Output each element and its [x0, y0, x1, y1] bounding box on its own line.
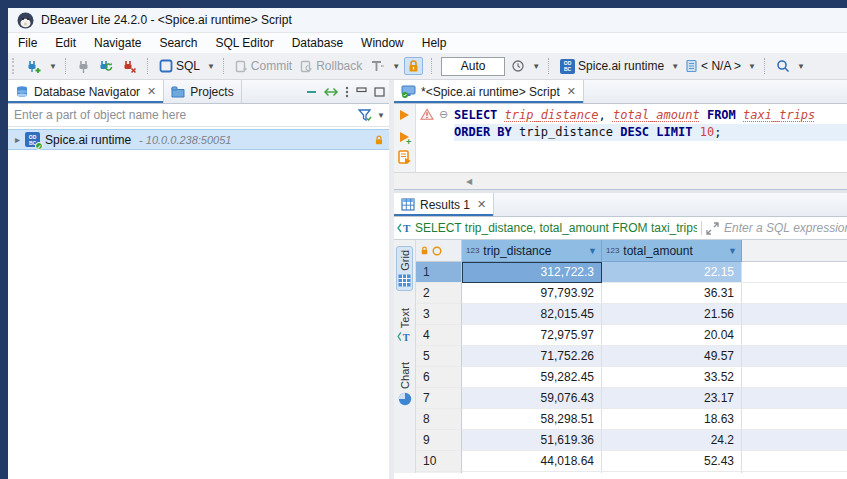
code-line-current[interactable]: ORDER BY trip_distance DESC LIMIT 10; [454, 124, 847, 141]
grid-cell[interactable] [416, 472, 462, 473]
grid-cell[interactable]: 59,282.45 [462, 367, 602, 388]
filter-funnel-icon[interactable] [358, 109, 373, 122]
grid-cell[interactable]: 4 [416, 325, 462, 346]
tab-chart-view[interactable]: Chart [397, 359, 413, 409]
code-line[interactable]: SELECT trip_distance, total_amount FROM … [454, 107, 847, 124]
grid-cell[interactable] [462, 472, 602, 473]
column-header-trip-distance[interactable]: 123 trip_distance ▼ [462, 240, 602, 262]
menu-sql-editor[interactable]: SQL Editor [215, 36, 273, 50]
object-filter-input[interactable] [12, 107, 358, 123]
active-connection-selector[interactable]: ODBC Spice.ai runtime [558, 57, 666, 76]
maximize-icon[interactable] [374, 87, 385, 97]
grid-cell[interactable] [742, 304, 847, 325]
table-row[interactable]: 858,298.5118.63 [416, 409, 847, 430]
chevron-down-icon[interactable]: ▼ [207, 62, 215, 71]
fold-collapse-icon[interactable]: ⊖ [439, 108, 448, 121]
grid-cell[interactable]: 21.56 [602, 304, 742, 325]
grid-cell[interactable] [742, 388, 847, 409]
tab-projects[interactable]: Projects [164, 80, 241, 103]
chevron-down-icon[interactable]: ▼ [377, 111, 385, 120]
grid-cell[interactable] [742, 283, 847, 304]
grid-cell[interactable]: 59,076.43 [462, 388, 602, 409]
transaction-log-button[interactable] [509, 57, 527, 75]
grid-cell[interactable]: 3 [416, 304, 462, 325]
menu-navigate[interactable]: Navigate [94, 36, 141, 50]
collapse-all-icon[interactable] [306, 87, 317, 97]
grid-cell[interactable]: 44,018.64 [462, 451, 602, 472]
chevron-down-icon[interactable]: ▼ [797, 62, 805, 71]
chevron-down-icon[interactable]: ▼ [748, 62, 756, 71]
results-filter-bar[interactable]: T SELECT trip_distance, total_amount FRO… [394, 217, 847, 240]
grid-cell[interactable]: 33.52 [602, 367, 742, 388]
grid-cell[interactable]: 6 [416, 367, 462, 388]
tab-database-navigator[interactable]: Database Navigator ✕ [8, 80, 164, 103]
grid-cell[interactable]: 71,752.26 [462, 346, 602, 367]
close-icon[interactable]: ✕ [477, 198, 486, 211]
disconnect-button[interactable] [120, 57, 139, 76]
sort-desc-icon[interactable]: ▼ [728, 246, 737, 256]
menu-window[interactable]: Window [361, 36, 404, 50]
chevron-down-icon[interactable]: ▼ [392, 62, 400, 71]
rollback-button[interactable]: Rollback [298, 57, 364, 75]
table-row[interactable]: 472,975.9720.04 [416, 325, 847, 346]
connect-button[interactable] [75, 57, 92, 76]
grid-cell[interactable] [742, 367, 847, 388]
grid-cell[interactable]: 10 [416, 451, 462, 472]
close-icon[interactable]: ✕ [147, 85, 156, 98]
grid-cell[interactable]: 22.15 [602, 262, 742, 283]
grid-cell[interactable]: 7 [416, 388, 462, 409]
table-row[interactable]: 1312,722.322.15 [416, 262, 847, 283]
grid-cell[interactable] [742, 430, 847, 451]
grid-cell[interactable]: 20.04 [602, 325, 742, 346]
chevron-down-icon[interactable]: ▼ [49, 62, 57, 71]
grid-cell[interactable]: 5 [416, 346, 462, 367]
grid-cell[interactable]: 52.43 [602, 451, 742, 472]
grid-cell[interactable]: 72,975.97 [462, 325, 602, 346]
link-with-editor-icon[interactable] [324, 87, 338, 97]
minimize-icon[interactable] [356, 87, 367, 97]
sql-editor-button[interactable]: SQL [157, 57, 202, 75]
grid-cell[interactable]: 9 [416, 430, 462, 451]
connection-tree-item[interactable]: ▸ ODBC✓ Spice.ai runtime - 10.0.0.238:50… [8, 129, 389, 150]
expand-filter-icon[interactable] [706, 222, 719, 235]
filter-placeholder[interactable]: Enter a SQL expression to [724, 221, 847, 235]
grid-cell[interactable] [602, 472, 742, 473]
active-database-selector[interactable]: < N/A > [683, 57, 743, 75]
table-row[interactable]: 382,015.4521.56 [416, 304, 847, 325]
grid-cell[interactable] [742, 325, 847, 346]
table-row[interactable]: 951,619.3624.2 [416, 430, 847, 451]
grid-cell[interactable]: 312,722.3 [462, 262, 602, 283]
search-button[interactable] [774, 57, 792, 75]
view-menu-icon[interactable] [345, 86, 349, 98]
transaction-mode-button[interactable] [368, 57, 387, 75]
menu-database[interactable]: Database [292, 36, 343, 50]
execute-statement-icon[interactable] [400, 110, 409, 120]
grid-cell[interactable]: 23.17 [602, 388, 742, 409]
scroll-left-icon[interactable]: ◀ [466, 177, 472, 186]
table-row[interactable]: 759,076.4323.17 [416, 388, 847, 409]
grid-cell[interactable]: 97,793.92 [462, 283, 602, 304]
grid-cell[interactable]: 58,298.51 [462, 409, 602, 430]
tab-sql-script[interactable]: *<Spice.ai runtime> Script ✕ [394, 80, 584, 103]
tab-results-1[interactable]: Results 1 ✕ [394, 193, 494, 216]
grid-cell[interactable]: 51,619.36 [462, 430, 602, 451]
grid-cell[interactable]: 1 [416, 262, 462, 283]
new-connection-button[interactable] [24, 57, 44, 76]
table-row[interactable]: 659,282.4533.52 [416, 367, 847, 388]
column-header-total-amount[interactable]: 123 total_amount ▼ [602, 240, 742, 262]
toolbar-drag-handle[interactable] [12, 58, 17, 74]
grid-cell[interactable] [742, 472, 847, 473]
grid-cell[interactable]: 8 [416, 409, 462, 430]
grid-cell[interactable]: 18.63 [602, 409, 742, 430]
reconnect-button[interactable] [96, 57, 116, 76]
grid-cell[interactable]: 2 [416, 283, 462, 304]
expand-chevron-icon[interactable]: ▸ [15, 134, 20, 145]
grid-cell[interactable]: 82,015.45 [462, 304, 602, 325]
close-icon[interactable]: ✕ [567, 85, 576, 98]
menu-edit[interactable]: Edit [55, 36, 76, 50]
sort-desc-icon[interactable]: ▼ [588, 246, 597, 256]
code-content[interactable]: SELECT trip_distance, total_amount FROM … [454, 104, 847, 172]
commit-button[interactable]: Commit [233, 57, 294, 75]
grid-cell[interactable] [742, 409, 847, 430]
grid-cell[interactable] [742, 262, 847, 283]
